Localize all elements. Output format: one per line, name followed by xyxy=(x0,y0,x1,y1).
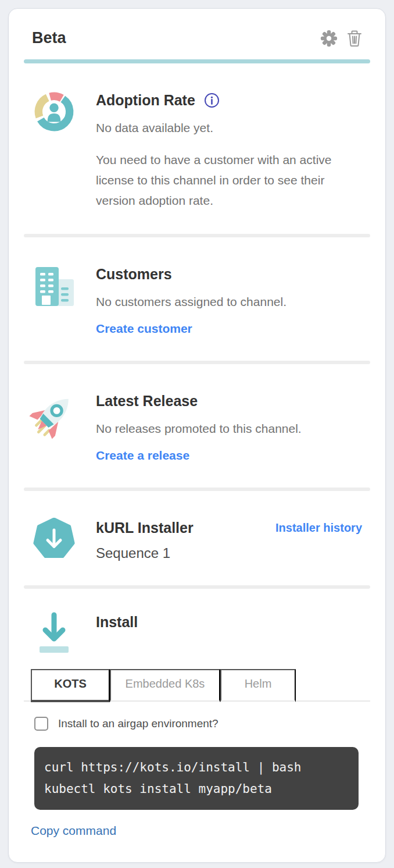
channel-card: Beta xyxy=(8,8,386,863)
kurl-installer-section: kURL Installer Installer history Sequenc… xyxy=(24,518,370,562)
latest-release-title: Latest Release xyxy=(96,392,362,410)
customers-title: Customers xyxy=(96,265,362,283)
kurl-installer-title: kURL Installer xyxy=(96,519,194,536)
card-header: Beta xyxy=(24,29,370,48)
create-release-link[interactable]: Create a release xyxy=(96,447,189,464)
channel-accent-bar xyxy=(24,59,370,63)
info-icon[interactable] xyxy=(204,93,220,108)
download-arrow-icon xyxy=(32,612,76,655)
customers-empty-text: No customers assigned to channel. xyxy=(96,293,362,311)
section-divider xyxy=(24,234,370,237)
install-command-code-block: curl https://kots.io/install | bash kube… xyxy=(34,747,359,810)
delete-trash-icon[interactable] xyxy=(347,30,362,47)
airgap-checkbox[interactable] xyxy=(34,717,48,731)
section-divider xyxy=(24,361,370,364)
latest-release-section: Latest Release No releases promoted to t… xyxy=(24,391,370,464)
code-line-1: curl https://kots.io/install | bash xyxy=(44,757,352,778)
create-customer-link[interactable]: Create customer xyxy=(96,320,192,337)
install-tabs: KOTS Embedded K8s Helm xyxy=(24,669,370,702)
header-actions xyxy=(320,30,362,47)
install-section: Install xyxy=(24,612,370,655)
install-title: Install xyxy=(96,613,362,631)
tab-kots[interactable]: KOTS xyxy=(31,669,110,702)
installer-sequence: Sequence 1 xyxy=(96,545,362,562)
tab-embedded-k8s[interactable]: Embedded K8s xyxy=(110,669,220,702)
airgap-option: Install to an airgap environment? xyxy=(24,717,370,731)
settings-gear-icon[interactable] xyxy=(320,30,338,47)
installer-history-link[interactable]: Installer history xyxy=(275,521,362,535)
airgap-label: Install to an airgap environment? xyxy=(58,717,219,730)
copy-command-link[interactable]: Copy command xyxy=(31,824,116,838)
rocket-icon xyxy=(32,391,76,464)
adoption-empty-text: No data available yet. xyxy=(96,119,362,137)
channel-title: Beta xyxy=(32,29,66,48)
adoption-rate-title: Adoption Rate xyxy=(96,91,195,109)
adoption-help-text: You need to have a customer with an acti… xyxy=(96,150,349,211)
adoption-rate-section: Adoption Rate No data available yet. You… xyxy=(24,90,370,211)
tab-helm[interactable]: Helm xyxy=(220,669,296,702)
adoption-rate-icon xyxy=(32,90,76,211)
kurl-heptagon-download-icon xyxy=(32,518,76,562)
building-icon xyxy=(32,264,76,337)
customers-section: Customers No customers assigned to chann… xyxy=(24,264,370,337)
section-divider xyxy=(24,585,370,589)
section-divider xyxy=(24,488,370,491)
code-line-2: kubectl kots install myapp/beta xyxy=(44,778,352,800)
release-empty-text: No releases promoted to this channel. xyxy=(96,420,362,437)
